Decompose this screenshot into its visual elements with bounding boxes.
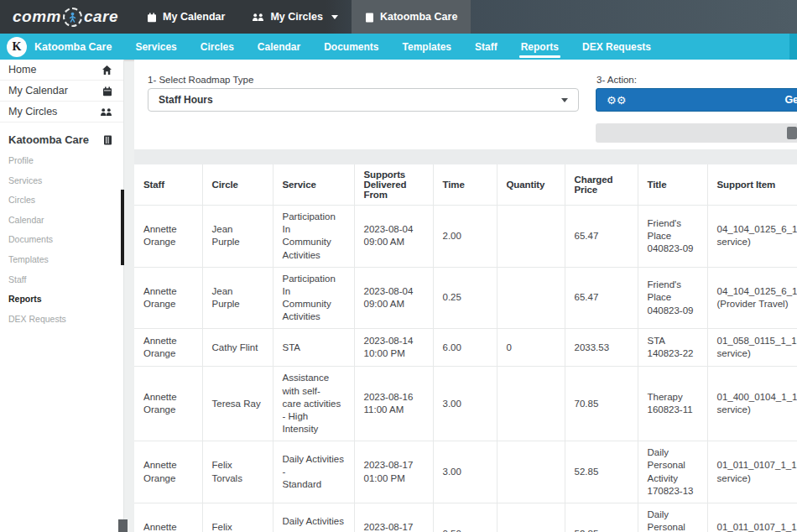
tab-services[interactable]: Services xyxy=(123,34,188,60)
tab-label: Services xyxy=(135,41,176,53)
tab-reports[interactable]: Reports xyxy=(509,34,570,60)
sidebar-subitem-reports[interactable]: Reports xyxy=(0,289,123,310)
secondary-mini-button[interactable] xyxy=(787,127,797,139)
generate-button[interactable]: ⚙⚙ Generate xyxy=(596,88,797,112)
cell-from: 2023-08-14 10:00 PM xyxy=(354,329,433,367)
column-header: Supports Delivered From xyxy=(354,164,433,206)
sidebar-subitem-label: Staff xyxy=(8,274,26,284)
home-icon xyxy=(102,64,112,76)
tab-dex-requests[interactable]: DEX Requests xyxy=(570,34,663,60)
sidebar-subitem-templates[interactable]: Templates xyxy=(0,250,123,270)
table-row: Annette OrangeTeresa RayAssistance with … xyxy=(134,367,797,441)
cell-quantity xyxy=(497,206,565,268)
cell-support-item: 01_400_0104_1_1 (Direct service) xyxy=(707,367,797,441)
tab-staff[interactable]: Staff xyxy=(463,34,509,60)
tab-templates[interactable]: Templates xyxy=(391,34,463,60)
sidebar-subitem-label: Documents xyxy=(8,234,53,244)
calendar-icon xyxy=(102,85,112,96)
tab-label: DEX Requests xyxy=(582,41,651,53)
cell-quantity xyxy=(497,267,565,329)
cell-staff: Annette Orange xyxy=(134,367,202,441)
org-logo[interactable]: K Katoomba Care xyxy=(0,34,123,60)
chevron-down-icon xyxy=(561,98,568,102)
title-link[interactable]: Therapy 160823-11 xyxy=(638,367,707,441)
sidebar-subitem-label: Templates xyxy=(8,254,49,264)
cell-service: Participation In Community Activities xyxy=(273,267,354,329)
sidebar-subitem-dex-requests[interactable]: DEX Requests xyxy=(0,310,123,330)
column-header: Support Item xyxy=(707,164,797,206)
topnav-item-label: Katoomba Care xyxy=(380,11,457,23)
cell-time: 2.00 xyxy=(433,206,497,268)
tab-label: Calendar xyxy=(258,41,300,53)
table-row: Annette OrangeFelix TorvalsDaily Activit… xyxy=(134,503,797,532)
table-row: Annette OrangeJean PurpleParticipation I… xyxy=(134,206,797,268)
cell-time: 3.00 xyxy=(433,441,497,503)
sidebar-subitem-documents[interactable]: Documents xyxy=(0,230,123,250)
sidebar-scrollbar-thumb[interactable] xyxy=(121,190,124,265)
cell-circle: Felix Torvals xyxy=(202,441,273,503)
sidebar-subitem-profile[interactable]: Profile xyxy=(0,151,123,171)
chevron-down-icon xyxy=(331,15,338,19)
title-link[interactable]: STA 140823-22 xyxy=(638,329,707,367)
column-header: Title xyxy=(638,164,707,206)
cell-service: Assistance with self- care activities - … xyxy=(273,367,354,441)
tab-documents[interactable]: Documents xyxy=(312,34,390,60)
tab-calendar[interactable]: Calendar xyxy=(246,34,312,60)
app-window: comm care My CalendarMy CirclesKatoomba … xyxy=(0,0,797,532)
column-header: Charged Price xyxy=(565,164,638,206)
sidebar-subitem-circles[interactable]: Circles xyxy=(0,190,123,211)
commcare-logo[interactable]: comm care xyxy=(0,0,133,34)
cell-circle: Cathy Flint xyxy=(202,329,273,367)
roadmap-type-select[interactable]: Staff Hours xyxy=(148,88,579,112)
tab-circles[interactable]: Circles xyxy=(189,34,246,60)
sidebar-item-katoomba-care[interactable]: Katoomba Care xyxy=(0,128,123,151)
sidebar-subitem-staff[interactable]: Staff xyxy=(0,270,123,290)
cogs-icon: ⚙⚙ xyxy=(607,95,626,106)
topnav-item-label: My Calendar xyxy=(163,11,225,23)
report-table-wrap: StaffCircleServiceSupports Delivered Fro… xyxy=(134,164,797,532)
title-link[interactable]: Daily Personal Activity 170823-13 xyxy=(638,441,707,503)
sidebar-item-label: Home xyxy=(8,64,36,76)
sidebar-item-my-calendar[interactable]: My Calendar xyxy=(0,81,123,102)
cell-quantity xyxy=(497,503,565,532)
people-icon xyxy=(100,106,112,117)
title-link[interactable]: Friend's Place 040823-09 xyxy=(638,267,707,329)
column-header: Quantity xyxy=(497,164,565,206)
topnav-item-my-calendar[interactable]: My Calendar xyxy=(133,0,238,34)
main-content: 1- Select Roadmap Type Staff Hours 3- Ac… xyxy=(134,60,797,532)
cell-charged-price: 2033.53 xyxy=(565,329,638,367)
cell-service: Daily Activities - Standard xyxy=(273,441,354,503)
logo-text-comm: comm xyxy=(13,8,61,26)
cell-support-item: 01_011_0107_1_1 (Direct service) xyxy=(707,441,797,503)
column-header: Circle xyxy=(202,164,273,206)
cell-service: Participation In Community Activities xyxy=(273,206,354,268)
calendar-icon xyxy=(147,11,157,23)
cell-service: Daily Activities - Standard xyxy=(273,503,354,532)
sidebar-item-label: My Circles xyxy=(8,106,57,117)
sidebar-subitem-services[interactable]: Services xyxy=(0,171,123,191)
tab-label: Staff xyxy=(475,41,497,53)
topnav-item-my-circles[interactable]: My Circles xyxy=(238,0,352,34)
table-row: Annette OrangeJean PurpleParticipation I… xyxy=(134,267,797,329)
sidebar-item-my-circles[interactable]: My Circles xyxy=(0,102,123,123)
sidebar-subitem-calendar[interactable]: Calendar xyxy=(0,211,123,231)
section-divider-band xyxy=(134,149,797,164)
tab-label: Documents xyxy=(324,41,378,53)
column-header: Time xyxy=(433,164,497,206)
title-link[interactable]: Daily Personal Activity 170823-13 xyxy=(638,503,707,532)
cell-support-item: 01_011_0107_1_1 (Provider Travel) xyxy=(707,503,797,532)
sidebar-scroll-end-mark[interactable] xyxy=(118,519,128,532)
cell-staff: Annette Orange xyxy=(134,206,202,268)
table-row: Annette OrangeFelix TorvalsDaily Activit… xyxy=(134,441,797,503)
sidebar-item-home[interactable]: Home xyxy=(0,60,123,81)
title-link[interactable]: Friend's Place 040823-09 xyxy=(638,206,707,268)
cell-staff: Annette Orange xyxy=(134,329,202,367)
cell-circle: Felix Torvals xyxy=(202,503,273,532)
action-label: 3- Action: xyxy=(596,75,637,85)
topnav-item-katoomba-care[interactable]: Katoomba Care xyxy=(352,0,471,34)
org-name: Katoomba Care xyxy=(34,41,112,53)
cell-quantity: 0 xyxy=(497,329,565,367)
column-header: Service xyxy=(273,164,354,206)
column-header: Staff xyxy=(134,164,202,206)
action-secondary-bar xyxy=(596,123,797,143)
